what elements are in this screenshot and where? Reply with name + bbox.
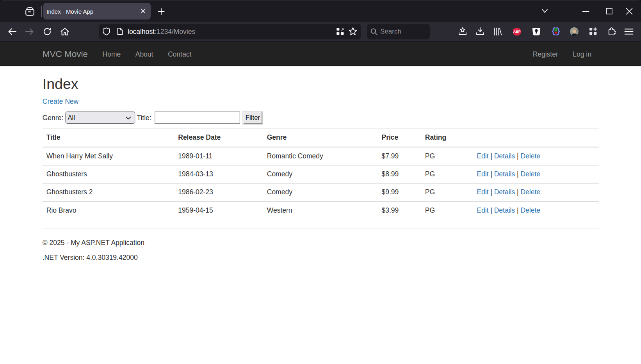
svg-text:ABP: ABP xyxy=(513,30,521,34)
